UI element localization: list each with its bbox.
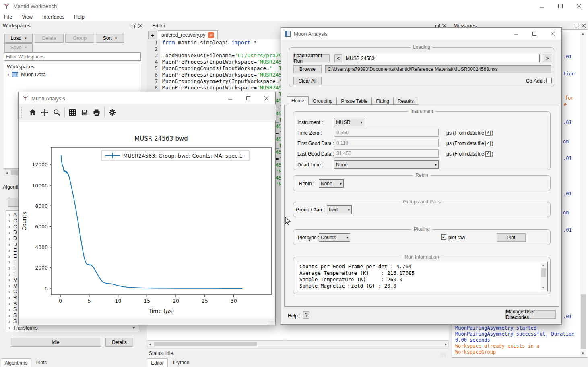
previous-run-button[interactable]: < (334, 54, 342, 62)
messages-vscrollbar[interactable]: ▴ ▾ (580, 31, 587, 357)
expand-chevron-icon[interactable] (8, 218, 10, 224)
from-data-file-checkbox[interactable] (485, 131, 491, 136)
customize-icon[interactable] (106, 106, 118, 118)
scroll-down-icon[interactable]: ▾ (582, 352, 584, 355)
close-icon[interactable] (543, 28, 561, 40)
expand-chevron-icon[interactable] (8, 289, 10, 295)
expand-chevron-icon[interactable] (8, 294, 10, 301)
menu-interfaces[interactable]: Interfaces (42, 14, 64, 20)
new-tab-button[interactable]: + (148, 31, 157, 39)
plot-button[interactable]: Plot (497, 233, 526, 242)
minimize-icon[interactable] (507, 28, 525, 40)
subplots-icon[interactable] (66, 106, 78, 118)
group-button[interactable]: Group (65, 34, 94, 43)
filter-workspaces-input[interactable] (4, 52, 141, 61)
manage-user-directories-button[interactable]: Manage User Directories (505, 310, 556, 319)
group-pair-combo[interactable]: bwd (327, 205, 352, 214)
workspaces-tree-root[interactable]: Workspaces (4, 62, 141, 70)
home-icon[interactable] (27, 106, 39, 118)
run-info-vscrollbar[interactable]: ▴ ▾ (541, 263, 547, 290)
close-tab-icon[interactable] (208, 32, 214, 38)
close-icon[interactable] (257, 92, 275, 104)
close-panel-icon[interactable] (582, 24, 586, 28)
first-good-data-field[interactable]: 0.110 (334, 139, 439, 147)
clear-all-button[interactable]: Clear All (293, 77, 322, 85)
last-good-data-field[interactable]: 31.450 (334, 149, 439, 158)
expand-chevron-icon[interactable] (8, 325, 10, 331)
from-data-file-checkbox[interactable] (485, 141, 491, 146)
maximize-icon[interactable] (525, 28, 543, 40)
tab-grouping[interactable]: Grouping (309, 97, 337, 105)
plot-raw-checkbox[interactable] (441, 234, 446, 240)
progress-idle-button[interactable]: Idle. (11, 338, 101, 347)
tab-plots[interactable]: Plots (32, 358, 51, 367)
dialog-titlebar[interactable]: Muon Analysis (281, 28, 561, 40)
algorithm-category-transforms[interactable]: Transforms ▾ (6, 324, 139, 331)
expand-chevron-icon[interactable] (8, 313, 10, 319)
scroll-up-icon[interactable]: ▴ (542, 263, 544, 267)
expand-chevron-icon[interactable] (8, 301, 10, 307)
sort-button[interactable]: Sort (96, 34, 124, 43)
expand-chevron-icon[interactable] (8, 265, 10, 271)
expand-chevron-icon[interactable] (8, 318, 10, 324)
combo-arrow-icon[interactable]: ▾ (133, 326, 139, 330)
pan-icon[interactable] (39, 106, 51, 118)
dead-time-combo[interactable]: None (334, 160, 439, 169)
expand-chevron-icon[interactable] (8, 283, 10, 289)
load-button[interactable]: Load (4, 34, 33, 43)
expand-chevron-icon[interactable] (8, 253, 10, 259)
time-zero-field[interactable]: 0.550 (334, 129, 439, 137)
save-icon[interactable] (78, 106, 91, 118)
instrument-combo[interactable]: MUSR (334, 118, 364, 126)
scroll-down-icon[interactable]: ▾ (542, 286, 544, 290)
delete-button[interactable]: Delete (35, 34, 64, 43)
run-information-box[interactable]: Counts per Good Frame per det : 4.764Ave… (297, 262, 548, 291)
float-panel-icon[interactable] (575, 24, 579, 28)
menu-view[interactable]: View (22, 14, 33, 20)
expand-chevron-icon[interactable] (8, 224, 10, 230)
expand-chevron-icon[interactable] (8, 236, 10, 242)
from-data-file-checkbox[interactable] (485, 151, 491, 157)
tab-algorithms[interactable]: Algorithms (1, 358, 31, 367)
plot-window-titlebar[interactable]: Muon Analysis (19, 92, 275, 104)
scroll-left-icon[interactable]: ◂ (6, 171, 8, 175)
zoom-icon[interactable] (51, 106, 63, 118)
expand-chevron-icon[interactable] (8, 71, 9, 77)
browse-button[interactable]: Browse (293, 65, 322, 73)
details-button[interactable]: Details (105, 338, 133, 347)
tree-item-muon-data[interactable]: Muon Data (4, 70, 141, 77)
expand-chevron-icon[interactable] (8, 277, 10, 283)
scroll-left-icon[interactable]: ◂ (149, 342, 151, 346)
run-number-input[interactable] (359, 54, 540, 62)
close-icon[interactable] (569, 0, 588, 12)
scroll-right-icon[interactable]: ▸ (445, 342, 447, 346)
print-icon[interactable] (91, 106, 103, 118)
tab-phase-table[interactable]: Phase Table (337, 97, 372, 105)
next-run-button[interactable]: > (544, 54, 551, 62)
expand-chevron-icon[interactable] (8, 307, 10, 313)
plot-type-combo[interactable]: Counts (319, 233, 350, 242)
resize-grip[interactable]: ░░ (268, 321, 274, 325)
expand-chevron-icon[interactable] (8, 259, 10, 265)
tab-editor[interactable]: Editor (147, 358, 168, 367)
maximize-icon[interactable] (551, 0, 569, 12)
menu-file[interactable]: File (4, 14, 12, 20)
save-button[interactable]: Save (4, 43, 33, 52)
co-add-checkbox[interactable] (546, 78, 552, 83)
toolbar-drag-handle[interactable] (21, 107, 23, 118)
maximize-icon[interactable] (239, 92, 257, 104)
help-button[interactable]: ? (303, 311, 309, 319)
tab-home[interactable]: Home (287, 96, 309, 105)
float-panel-icon[interactable] (132, 24, 136, 28)
editor-file-tab[interactable]: ordered_recovery.py (158, 30, 218, 39)
tab-fitting[interactable]: Fitting (372, 97, 394, 105)
expand-chevron-icon[interactable] (8, 230, 10, 236)
load-current-run-button[interactable]: Load Current Run (293, 54, 330, 62)
tab-ipython[interactable]: IPython (169, 358, 194, 367)
editor-hscrollbar[interactable]: ◂ ▸ (147, 340, 449, 347)
rebin-combo[interactable]: None (319, 179, 344, 188)
minimize-icon[interactable] (532, 0, 551, 12)
expand-chevron-icon[interactable] (8, 271, 10, 277)
tab-results[interactable]: Results (394, 97, 418, 105)
menu-help[interactable]: Help (74, 14, 85, 20)
